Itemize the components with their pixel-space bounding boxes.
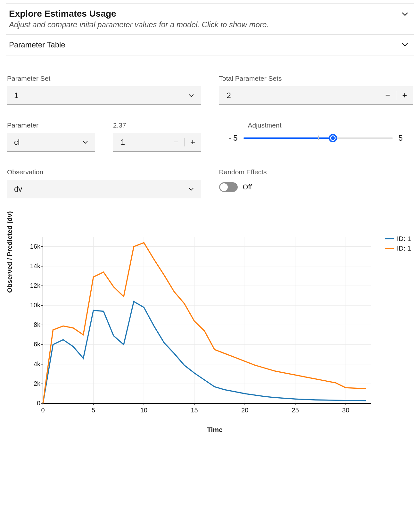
svg-text:0: 0	[41, 407, 45, 414]
chevron-down-icon	[401, 11, 408, 18]
chart-legend: ID: 1ID: 1	[385, 235, 411, 254]
stepper-decrement-button[interactable]: −	[379, 86, 396, 104]
select-value: 1	[14, 91, 18, 100]
slider-tick	[318, 136, 319, 140]
toggle-knob	[220, 183, 228, 191]
chart-xlabel: Time	[15, 426, 414, 434]
stepper-value: 1	[113, 138, 168, 147]
slider-min: - 5	[229, 134, 238, 143]
svg-text:30: 30	[342, 407, 349, 414]
legend-swatch	[385, 238, 394, 239]
accordion-title: Explore Estimates Usage	[9, 9, 269, 19]
chevron-down-icon	[188, 93, 194, 98]
chart-plot: 02k4k6k8k10k12k14k16k051015202530	[25, 234, 374, 416]
slider-fill	[243, 137, 333, 139]
svg-text:12k: 12k	[30, 282, 41, 289]
svg-text:15: 15	[191, 407, 198, 414]
svg-text:0: 0	[37, 400, 40, 407]
chart-ylabel: Observed / Predicted (dv)	[6, 211, 13, 293]
parameter-select[interactable]: cl	[7, 133, 95, 152]
svg-text:14k: 14k	[30, 262, 41, 269]
svg-text:20: 20	[241, 407, 248, 414]
chevron-down-icon	[188, 186, 194, 192]
param-numeric-stepper[interactable]: 1 − +	[113, 133, 201, 152]
legend-item[interactable]: ID: 1	[385, 244, 411, 252]
svg-text:10k: 10k	[30, 302, 41, 309]
accordion-explore-estimates[interactable]: Explore Estimates Usage Adjust and compa…	[6, 4, 414, 34]
legend-label: ID: 1	[397, 244, 411, 252]
slider-max: 5	[399, 134, 403, 143]
adjustment-label: Adjustment	[248, 121, 403, 129]
total-sets-stepper[interactable]: 2 − +	[219, 86, 413, 105]
legend-item[interactable]: ID: 1	[385, 235, 411, 243]
stepper-value: 2	[219, 91, 380, 100]
svg-text:2k: 2k	[34, 380, 41, 387]
accordion-header-text: Explore Estimates Usage Adjust and compa…	[9, 9, 269, 29]
svg-text:6k: 6k	[34, 341, 41, 348]
chevron-down-icon	[82, 139, 88, 145]
adjustment-slider[interactable]	[243, 137, 393, 139]
legend-label: ID: 1	[397, 235, 411, 243]
parameter-label: Parameter	[7, 121, 95, 129]
observation-select[interactable]: dv	[7, 180, 201, 198]
parameter-set-label: Parameter Set	[7, 75, 201, 82]
accordion-subtitle: Adjust and compare inital parameter valu…	[9, 20, 269, 29]
accordion-title: Parameter Table	[9, 40, 65, 49]
select-value: cl	[14, 138, 20, 147]
svg-text:5: 5	[92, 407, 95, 414]
legend-swatch	[385, 248, 394, 249]
chevron-down-icon	[401, 41, 408, 48]
svg-text:10: 10	[140, 407, 147, 414]
svg-text:8k: 8k	[34, 321, 41, 328]
random-effects-toggle[interactable]	[219, 182, 238, 192]
stepper-increment-button[interactable]: +	[185, 133, 201, 151]
stepper-decrement-button[interactable]: −	[168, 133, 184, 151]
svg-text:4k: 4k	[34, 360, 41, 368]
svg-text:16k: 16k	[30, 243, 41, 250]
parameter-set-select[interactable]: 1	[7, 86, 201, 105]
slider-handle[interactable]	[329, 134, 337, 142]
select-value: dv	[14, 185, 22, 194]
toggle-state-label: Off	[243, 183, 252, 191]
total-sets-label: Total Parameter Sets	[219, 75, 413, 82]
svg-text:25: 25	[292, 407, 299, 414]
observation-label: Observation	[7, 168, 201, 176]
accordion-parameter-table[interactable]: Parameter Table	[6, 35, 414, 55]
param-numeric-label: 2.37	[113, 121, 201, 129]
random-effects-label: Random Effects	[219, 168, 413, 176]
stepper-increment-button[interactable]: +	[396, 86, 413, 104]
